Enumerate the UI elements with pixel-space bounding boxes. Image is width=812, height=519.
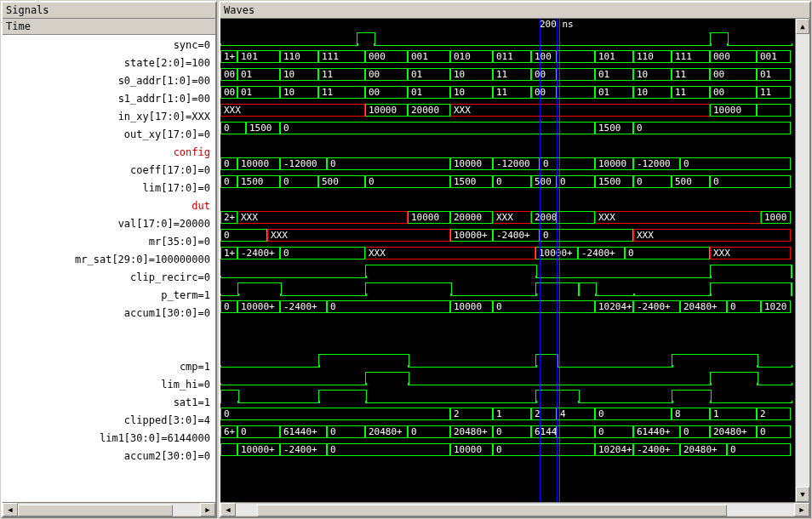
wave-rows: 1+10111011100000101001110010111011100000… <box>220 31 795 459</box>
scroll-right-icon[interactable]: ▶ <box>200 503 215 516</box>
bit-segment <box>578 282 597 296</box>
scroll-up-icon[interactable]: ▲ <box>796 19 809 34</box>
wave-canvas[interactable]: 200 ns1+10111011100000101001110010111011… <box>220 19 795 502</box>
bit-segment <box>280 294 367 296</box>
bus-segment: 11 <box>318 68 365 81</box>
signal-row[interactable]: accum2[30:0]=0 <box>3 448 215 465</box>
bus-segment: 1 <box>710 408 757 420</box>
wave-row: 6+061440+020480+020480+061440+061440+020… <box>220 424 795 442</box>
signal-row[interactable]: out_xy[17:0]=0 <box>3 126 215 144</box>
signal-row[interactable]: state[2:0]=100 <box>3 54 215 72</box>
signal-row[interactable]: cmp=1 <box>3 358 215 376</box>
scroll-right-icon[interactable]: ▶ <box>794 503 809 516</box>
bus-segment: 10000 <box>450 157 493 170</box>
bus-segment: 00 <box>710 86 757 99</box>
signal-row[interactable]: lim[17:0]=0 <box>3 180 215 197</box>
bus-segment: XXX <box>493 211 531 224</box>
signals-title: Signals <box>3 3 215 19</box>
scroll-left-icon[interactable]: ◀ <box>3 503 18 516</box>
signal-row[interactable]: val[17:0]=20000 <box>3 215 215 233</box>
bus-segment: 0 <box>557 175 595 188</box>
wave-row: 2+XXX1000020000XXX20000XXX1000 <box>220 209 795 227</box>
signal-row[interactable]: sat1=1 <box>3 394 215 412</box>
signal-row[interactable]: mr[35:0]=0 <box>3 233 215 251</box>
bus-segment: 10 <box>633 68 672 81</box>
time-header: Time <box>3 19 215 35</box>
bus-segment: 11 <box>672 68 710 81</box>
bus-segment: 2+ <box>220 211 237 224</box>
bus-segment: 0 <box>625 247 710 260</box>
bit-segment <box>220 365 320 368</box>
bus-segment: 111 <box>672 50 710 63</box>
bus-segment: 0 <box>680 157 791 170</box>
bus-segment: 20000 <box>450 211 493 224</box>
signal-row[interactable]: in_xy[17:0]=XXX <box>3 108 215 126</box>
bus-segment <box>757 104 791 117</box>
bus-segment: 0 <box>633 122 791 134</box>
signal-row[interactable] <box>3 340 215 358</box>
scroll-left-icon[interactable]: ◀ <box>220 503 236 516</box>
bus-segment: 01 <box>408 86 450 99</box>
bus-segment: 01 <box>595 86 633 99</box>
signal-row[interactable]: clip_recirc=0 <box>3 269 215 287</box>
bus-segment: 10000 <box>365 104 408 117</box>
bus-segment <box>557 425 595 438</box>
waves-hscroll[interactable]: ◀ ▶ <box>220 502 809 516</box>
bus-segment: -2400+ <box>493 229 540 242</box>
wave-row: XXX1000020000XXX10000 <box>220 102 795 120</box>
signal-row[interactable]: p_term=1 <box>3 287 215 305</box>
bus-segment: 01 <box>237 86 280 99</box>
bit-segment <box>220 390 239 403</box>
signal-list[interactable]: sync=0state[2:0]=100s0_addr[1:0]=00s1_ad… <box>3 35 215 502</box>
scroll-thumb[interactable] <box>18 505 173 516</box>
signal-row[interactable]: lim1[30:0]=6144000 <box>3 430 215 448</box>
bus-segment: 000 <box>365 50 408 63</box>
signal-row[interactable]: config <box>3 144 215 162</box>
scroll-track[interactable] <box>18 504 200 516</box>
bit-segment <box>318 390 367 403</box>
bus-segment: 0 <box>365 175 450 188</box>
bus-segment: 000 <box>710 50 757 63</box>
bit-segment <box>672 354 758 368</box>
bus-segment: 10 <box>450 68 493 81</box>
scroll-down-icon[interactable]: ▼ <box>796 487 809 502</box>
wave-row <box>220 370 795 388</box>
bus-segment: 0 <box>280 122 595 134</box>
signal-row[interactable]: coeff[17:0]=0 <box>3 162 215 180</box>
bus-segment: 1+ <box>220 247 237 260</box>
bit-segment <box>365 401 537 403</box>
time-ruler: 200 ns <box>220 19 795 31</box>
signal-row[interactable]: accum1[30:0]=0 <box>3 305 215 322</box>
bus-segment: 0 <box>727 443 791 456</box>
wave-row: 1+-2400+0XXX10000+-2400+0XXX <box>220 245 795 263</box>
bus-segment: 0 <box>595 425 633 438</box>
signal-row[interactable]: clipped[3:0]=4 <box>3 412 215 430</box>
waves-vscroll[interactable]: ▲ ▼ <box>795 19 809 502</box>
bus-segment: XXX <box>595 211 761 224</box>
signal-row[interactable]: mr_sat[29:0]=100000000 <box>3 251 215 269</box>
bus-segment: XXX <box>710 247 791 260</box>
bus-segment: 1500 <box>595 122 633 134</box>
bit-segment <box>757 365 792 368</box>
wave-row: 010000+-2400+010000010204+-2400+20480+01… <box>220 299 795 317</box>
bit-segment <box>318 354 409 368</box>
bus-segment: 6+ <box>220 425 237 438</box>
wave-row: 0001101100011011000110110011 <box>220 84 795 102</box>
signal-row[interactable]: lim_hi=0 <box>3 376 215 394</box>
signal-row[interactable]: sync=0 <box>3 37 215 54</box>
cursor-marker[interactable] <box>559 19 560 502</box>
wave-row <box>220 138 795 156</box>
signal-row[interactable]: s0_addr[1:0]=00 <box>3 72 215 90</box>
signal-row[interactable] <box>3 322 215 340</box>
scroll-thumb[interactable] <box>257 505 727 516</box>
bus-segment: 10000 <box>450 443 493 456</box>
signals-hscroll[interactable]: ◀ ▶ <box>3 502 215 516</box>
bus-segment: 20480+ <box>680 443 727 456</box>
scroll-track[interactable] <box>236 504 794 516</box>
signal-row[interactable]: s1_addr[1:0]=00 <box>3 90 215 108</box>
signal-row[interactable]: dut <box>3 197 215 215</box>
bit-segment <box>710 401 792 403</box>
scroll-vtrack[interactable] <box>796 34 809 487</box>
bus-segment: 1500 <box>595 175 633 188</box>
bus-segment: XXX <box>633 229 791 242</box>
